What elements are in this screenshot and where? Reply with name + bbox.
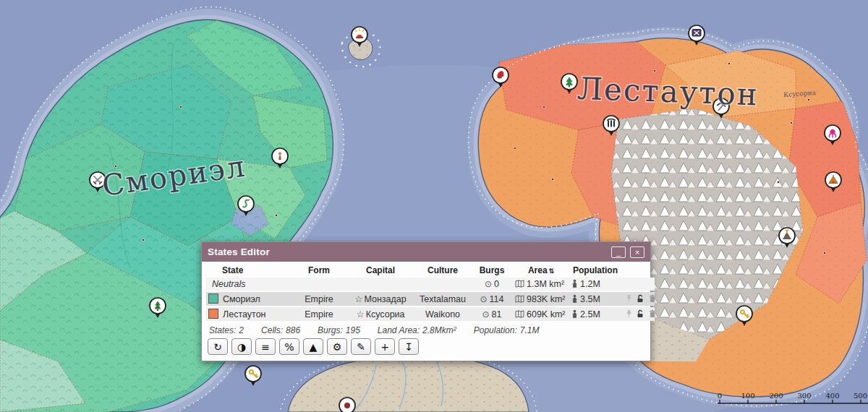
summary-states: States:2 <box>209 325 244 335</box>
state-label-lestauton[interactable]: Лестаутон <box>576 71 759 113</box>
states-editor-window: States Editor _ × State Form Capital Cul… <box>201 241 651 361</box>
close-button[interactable]: × <box>630 246 644 258</box>
pin-icon[interactable] <box>626 309 632 318</box>
percentage-button[interactable]: % <box>279 338 299 355</box>
state-area: 1.3M km² <box>513 278 569 291</box>
capital-star-icon: ☆ <box>354 294 362 304</box>
dialog-title: States Editor <box>208 246 270 257</box>
state-capital[interactable]: ☆Ксусориа <box>346 307 414 321</box>
scale-tick-label: 100 <box>741 392 754 400</box>
table-row-neutrals[interactable]: Neutrals ⊙0 1.3M km² 1.2M <box>206 278 655 291</box>
header-burgs[interactable]: Burgs <box>471 265 513 276</box>
header-form[interactable]: Form <box>292 265 346 276</box>
sort-icon[interactable]: ⇅ <box>549 267 555 275</box>
state-name[interactable]: Смориэл <box>223 294 260 304</box>
lock-icon[interactable] <box>637 294 644 303</box>
state-name[interactable]: Neutrals <box>206 278 292 291</box>
state-population: 3.5M <box>569 292 621 306</box>
state-culture[interactable]: Textalamau <box>414 292 471 306</box>
state-form[interactable] <box>292 278 346 291</box>
scale-tick-label: 500 km <box>854 392 868 400</box>
trash-icon[interactable] <box>649 309 655 318</box>
state-population: 1.2M <box>569 278 621 291</box>
map-icon <box>515 280 524 288</box>
trash-icon[interactable] <box>649 294 655 303</box>
scale-tick-label: 400 <box>825 392 839 400</box>
map-icon <box>515 310 524 318</box>
scale-tick-label: 0 <box>718 392 722 400</box>
header-area[interactable]: Area⇅ <box>513 265 569 276</box>
burg-icon: ⊙ <box>482 309 490 319</box>
state-form[interactable]: Empire <box>292 292 346 306</box>
summary-bar: States:2 Cells:886 Burgs:195 Land Area:2… <box>209 325 643 335</box>
summary-burgs: Burgs:195 <box>318 325 360 335</box>
state-area: 609K km² <box>513 307 569 321</box>
map-icon <box>515 295 524 303</box>
chart-button[interactable]: ▲ <box>303 338 323 355</box>
state-burgs[interactable]: ⊙0 <box>471 278 513 291</box>
scale-tick-label: 300 <box>797 392 811 400</box>
person-icon <box>571 309 578 318</box>
minimize-button[interactable]: _ <box>611 246 626 258</box>
contrast-button[interactable]: ◑ <box>231 338 252 355</box>
export-button[interactable]: ↧ <box>399 338 419 355</box>
table-row-smoriel[interactable]: Смориэл Empire ☆Монзадар Textalamau ⊙114… <box>206 292 655 306</box>
state-area: 983K km² <box>513 292 569 306</box>
table-header-row: State Form Capital Culture Burgs Area⇅ P… <box>206 265 655 276</box>
add-state-button[interactable]: + <box>375 338 395 355</box>
state-burgs[interactable]: ⊙81 <box>471 307 513 321</box>
dialog-titlebar[interactable]: States Editor _ × <box>202 242 650 262</box>
paint-button[interactable]: ✎ <box>351 338 371 355</box>
regenerate-button[interactable]: ⚙ <box>327 338 347 355</box>
table-row-lestauton[interactable]: Лестаутон Empire ☆Ксусориа Waikono ⊙81 6… <box>206 307 655 321</box>
state-color-swatch[interactable] <box>208 293 218 304</box>
header-culture[interactable]: Culture <box>414 265 471 276</box>
summary-land-area: Land Area:2.8Mkm² <box>378 325 456 335</box>
burg-icon: ⊙ <box>480 294 488 304</box>
summary-population: Population:7.1M <box>474 325 540 335</box>
summary-cells: Cells:886 <box>261 325 300 335</box>
dialog-toolbar: ↻ ◑ ≡ % ▲ ⚙ ✎ + ↧ <box>208 338 644 355</box>
state-burgs[interactable]: ⊙114 <box>471 292 513 306</box>
person-icon <box>571 279 578 288</box>
states-table: State Form Capital Culture Burgs Area⇅ P… <box>206 263 655 322</box>
fantasy-map-app: Смориэл Лестаутон Ксусориа 0 100 200 300… <box>0 0 868 412</box>
pin-icon[interactable] <box>626 294 632 303</box>
header-population[interactable]: Population <box>569 265 621 276</box>
person-icon <box>571 294 578 303</box>
lock-icon[interactable] <box>637 309 644 318</box>
header-area-label: Area <box>528 265 548 275</box>
header-state[interactable]: State <box>206 265 292 276</box>
state-capital[interactable] <box>346 278 414 291</box>
state-form[interactable]: Empire <box>292 307 346 321</box>
scale-tick-label: 200 <box>769 392 783 400</box>
shrine-marker[interactable] <box>339 398 355 412</box>
state-culture[interactable] <box>414 278 471 291</box>
state-color-swatch[interactable] <box>208 309 218 319</box>
burg-icon: ⊙ <box>485 279 492 289</box>
state-culture[interactable]: Waikono <box>414 307 471 321</box>
state-population: 2.5M <box>569 307 621 321</box>
header-capital[interactable]: Capital <box>346 265 414 276</box>
legend-button[interactable]: ≡ <box>255 338 276 355</box>
refresh-button[interactable]: ↻ <box>208 338 228 355</box>
state-name[interactable]: Лестаутон <box>223 309 266 319</box>
state-capital[interactable]: ☆Монзадар <box>346 292 414 306</box>
capital-star-icon: ☆ <box>356 309 364 319</box>
